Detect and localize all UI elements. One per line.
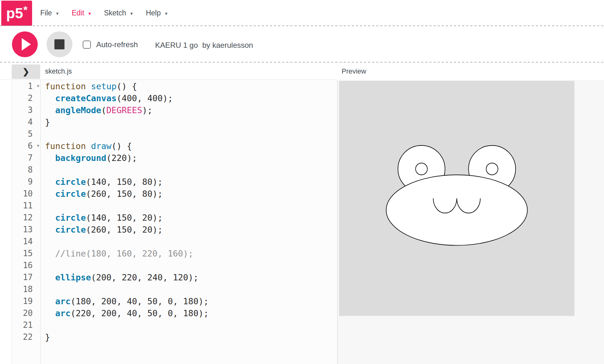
p5-logo-asterisk: * xyxy=(23,4,27,16)
menu-sketch[interactable]: Sketch ▼ xyxy=(104,9,133,17)
tab-row: ❯ sketch.js Preview xyxy=(0,63,604,80)
menu-bar: p5* File ▼ Edit ▼ Sketch ▼ Help ▼ xyxy=(0,0,604,26)
line-number: 10 xyxy=(12,189,40,198)
menu-help[interactable]: Help ▼ xyxy=(146,9,168,17)
code-line[interactable]: //line(180, 160, 220, 160); xyxy=(40,249,193,258)
file-nav-collapsed-column xyxy=(0,80,12,364)
code-row: 4} xyxy=(12,116,337,128)
menu-file[interactable]: File ▼ xyxy=(40,9,59,17)
auto-refresh-control: Auto-refresh xyxy=(83,40,138,49)
code-line[interactable]: arc(180, 200, 40, 50, 0, 180); xyxy=(40,296,209,306)
code-row: 2 createCanvas(400, 400); xyxy=(12,92,337,104)
chevron-down-icon: ▼ xyxy=(164,10,168,16)
code-row: 8 xyxy=(12,164,337,176)
sidebar-collapse-button[interactable]: ❯ xyxy=(12,64,40,79)
code-row: 14 xyxy=(12,235,337,247)
line-number: 13 xyxy=(12,225,40,234)
menu-edit[interactable]: Edit ▼ xyxy=(72,9,92,17)
code-row: 16 xyxy=(12,259,337,271)
code-line[interactable]: circle(140, 150, 80); xyxy=(40,177,163,187)
project-author: by kaerulesson xyxy=(202,41,253,50)
code-row: 7 background(220); xyxy=(12,152,337,164)
menu-help-label: Help xyxy=(146,9,161,17)
code-row: 21 xyxy=(12,319,337,331)
code-row: 15 //line(180, 160, 220, 160); xyxy=(12,247,337,259)
code-line[interactable]: createCanvas(400, 400); xyxy=(40,93,173,103)
chevron-down-icon: ▼ xyxy=(55,10,59,16)
header-divider xyxy=(0,25,604,26)
code-row: 22} xyxy=(12,331,337,343)
code-row: 13 circle(260, 150, 20); xyxy=(12,223,337,235)
code-row: 1▼function setup() { xyxy=(12,80,337,92)
line-number: 18 xyxy=(12,284,40,294)
code-line[interactable]: circle(260, 150, 80); xyxy=(40,189,163,199)
code-line[interactable]: function draw() { xyxy=(40,141,132,151)
code-row: 6▼function draw() { xyxy=(12,140,337,152)
line-number: 12 xyxy=(12,213,40,222)
chevron-down-icon: ▼ xyxy=(88,10,92,16)
chevron-down-icon: ▼ xyxy=(130,10,134,16)
file-tab-label: sketch.js xyxy=(45,67,72,75)
line-number: 3 xyxy=(12,105,40,115)
menu-file-label: File xyxy=(40,9,52,17)
fold-arrow-icon[interactable]: ▼ xyxy=(37,84,39,88)
line-number: 4 xyxy=(12,117,40,127)
preview-title: Preview xyxy=(342,63,366,80)
code-line[interactable]: arc(220, 200, 40, 50, 0, 180); xyxy=(40,308,209,318)
main-area: 1▼function setup() {2 createCanvas(400, … xyxy=(0,80,604,364)
p5-logo-text: p5 xyxy=(6,5,23,22)
code-line[interactable]: function setup() { xyxy=(40,81,137,91)
preview-panel xyxy=(338,80,604,364)
line-number: 16 xyxy=(12,261,40,270)
code-line[interactable]: circle(140, 150, 20); xyxy=(40,213,163,223)
code-row: 10 circle(260, 150, 80); xyxy=(12,188,337,200)
line-number: 9 xyxy=(12,177,40,186)
line-number: 14 xyxy=(12,237,40,246)
tab-sketch-js[interactable]: sketch.js xyxy=(45,63,72,80)
line-number: 7 xyxy=(12,153,40,163)
p5-logo[interactable]: p5* xyxy=(1,1,32,26)
code-row: 19 arc(180, 200, 40, 50, 0, 180); xyxy=(12,295,337,307)
stop-icon xyxy=(54,39,64,49)
code-row: 20 arc(220, 200, 40, 50, 0, 180); xyxy=(12,307,337,319)
play-button[interactable] xyxy=(12,31,38,57)
code-row: 18 xyxy=(12,283,337,295)
toolbar-divider xyxy=(0,62,604,63)
toolbar: Auto-refresh KAERU 1 go by kaerulesson xyxy=(0,26,604,63)
code-row: 5 xyxy=(12,128,337,140)
code-row: 9 circle(140, 150, 80); xyxy=(12,176,337,188)
main-menus: File ▼ Edit ▼ Sketch ▼ Help ▼ xyxy=(40,0,168,26)
line-number: 15 xyxy=(12,249,40,258)
code-row: 11 xyxy=(12,200,337,212)
project-name[interactable]: KAERU 1 go xyxy=(155,41,198,50)
fold-arrow-icon[interactable]: ▼ xyxy=(37,143,39,148)
code-line[interactable]: background(220); xyxy=(40,153,137,163)
code-line[interactable]: } xyxy=(40,332,50,342)
code-line[interactable]: ellipse(200, 220, 240, 120); xyxy=(40,273,199,282)
code-row: 12 circle(140, 150, 20); xyxy=(12,212,337,223)
sketch-canvas-wrap xyxy=(339,81,574,316)
p5-editor-window: p5* File ▼ Edit ▼ Sketch ▼ Help ▼ xyxy=(0,0,604,364)
code-line[interactable]: angleMode(DEGREES); xyxy=(40,105,152,115)
code-line[interactable]: circle(260, 150, 20); xyxy=(40,225,163,234)
menu-edit-label: Edit xyxy=(72,9,84,17)
line-number: 17 xyxy=(12,273,40,282)
menu-sketch-label: Sketch xyxy=(104,9,126,17)
code-row: 3 angleMode(DEGREES); xyxy=(12,104,337,116)
line-number: 11 xyxy=(12,201,40,210)
line-number: 21 xyxy=(12,320,40,330)
line-number: 2 xyxy=(12,93,40,103)
line-number: 6▼ xyxy=(12,141,40,151)
line-number: 19 xyxy=(12,296,40,306)
code-row: 17 ellipse(200, 220, 240, 120); xyxy=(12,271,337,283)
line-number: 22 xyxy=(12,332,40,342)
play-icon xyxy=(22,38,31,51)
line-number: 8 xyxy=(12,165,40,174)
auto-refresh-label: Auto-refresh xyxy=(96,40,138,49)
stop-button[interactable] xyxy=(47,31,72,57)
auto-refresh-checkbox[interactable] xyxy=(83,41,91,49)
line-number: 1▼ xyxy=(12,81,40,91)
code-editor[interactable]: 1▼function setup() {2 createCanvas(400, … xyxy=(12,80,337,364)
code-line[interactable]: } xyxy=(40,117,50,127)
chevron-right-icon: ❯ xyxy=(23,67,30,77)
